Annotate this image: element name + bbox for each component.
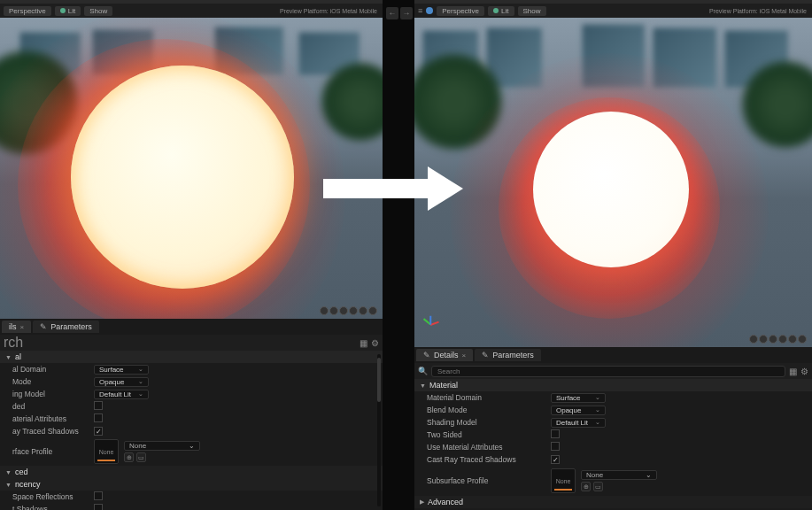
nav-fwd-button[interactable]: → xyxy=(400,7,413,19)
view-lit[interactable]: Lit xyxy=(488,6,514,16)
hamburger-icon[interactable]: ≡ xyxy=(418,6,422,15)
emissive-sphere xyxy=(533,112,689,267)
details-search-row: 🔍 ▦ ⚙ xyxy=(414,363,812,379)
cast-rt-checkbox[interactable] xyxy=(94,427,103,436)
asset-thumbnail[interactable]: None xyxy=(551,468,576,493)
chevron-down-icon: ⌄ xyxy=(595,406,600,413)
viewport-widget-icons[interactable] xyxy=(749,335,807,344)
viewport-widget-icons[interactable] xyxy=(320,306,377,315)
prop-shading-model-label: Shading Model xyxy=(427,418,551,427)
triangle-right-icon: ▶ xyxy=(420,498,424,506)
details-tabbar-left: ils× ✎Parameters xyxy=(0,319,383,335)
two-sided-checkbox[interactable] xyxy=(551,429,560,438)
nav-back-button[interactable]: ← xyxy=(386,7,398,19)
tab-parameters[interactable]: ✎Parameters xyxy=(33,321,99,333)
subsurface-asset-slot: None None⌄ ⊕▭ xyxy=(551,468,812,493)
brush-icon: ✎ xyxy=(40,322,47,331)
viewport-bar-right: ≡ Perspective Lit Show Preview Platform:… xyxy=(414,4,812,18)
settings-gear-icon[interactable]: ⚙ xyxy=(800,367,808,376)
lit-dot-icon xyxy=(60,8,66,13)
pane-right: ≡ Perspective Lit Show Preview Platform:… xyxy=(414,0,812,510)
triangle-down-icon: ▼ xyxy=(5,354,12,360)
prop-two-sided-label: Two Sided xyxy=(427,430,551,439)
prop-material-domain-label: Material Domain xyxy=(427,393,551,402)
blend-mode-combo[interactable]: Opaque⌄ xyxy=(94,377,149,387)
scrollbar[interactable] xyxy=(377,354,381,506)
view-perspective[interactable]: Perspective xyxy=(437,6,484,16)
section-label: al xyxy=(15,352,21,361)
prop-two-sided-label: ded xyxy=(12,402,94,411)
asset-use-icon[interactable]: ⊕ xyxy=(124,452,134,462)
prop-subsurface-label: rface Profile xyxy=(12,447,94,456)
prop-cast-rt-label: ay Traced Shadows xyxy=(12,427,94,436)
prop-use-mat-attr-label: aterial Attributes xyxy=(12,414,94,423)
tab-parameters[interactable]: ✎Parameters xyxy=(475,349,541,361)
viewport-left[interactable] xyxy=(0,18,383,319)
search-input[interactable] xyxy=(431,366,785,377)
prop-material-domain-label: al Domain xyxy=(12,365,94,374)
view-show[interactable]: Show xyxy=(518,6,546,16)
asset-thumbnail[interactable]: None xyxy=(94,439,119,464)
axis-gizmo xyxy=(421,315,443,336)
details-panel-left: ▼al al DomainSurface⌄ ModeOpaque⌄ ing Mo… xyxy=(0,351,383,510)
blend-mode-combo[interactable]: Opaque⌄ xyxy=(551,406,606,415)
view-show-label: Show xyxy=(89,7,107,15)
cast-rt-checkbox[interactable] xyxy=(551,455,560,464)
section-material[interactable]: ▼Material xyxy=(414,379,812,391)
chevron-down-icon: ⌄ xyxy=(138,378,143,385)
shadows-checkbox[interactable] xyxy=(94,504,103,510)
use-mat-attr-checkbox[interactable] xyxy=(94,413,103,422)
brush-icon: ✎ xyxy=(423,351,430,359)
use-mat-attr-checkbox[interactable] xyxy=(551,442,560,451)
shading-model-combo[interactable]: Default Lit⌄ xyxy=(94,390,149,399)
details-tabbar-right: ✎Details× ✎Parameters xyxy=(414,347,812,363)
emissive-sphere xyxy=(71,66,294,289)
section-material[interactable]: ▼al xyxy=(0,351,383,363)
chevron-down-icon: ⌄ xyxy=(138,390,143,398)
tab-details[interactable]: ✎Details× xyxy=(416,349,473,361)
material-domain-combo[interactable]: Surface⌄ xyxy=(551,393,606,403)
ssr-checkbox[interactable] xyxy=(94,491,103,500)
tab-details[interactable]: ils× xyxy=(2,321,31,333)
details-search-row: rch ▦ ⚙ xyxy=(0,335,383,351)
search-label-truncated: rch xyxy=(4,335,23,351)
settings-gear-icon[interactable]: ⚙ xyxy=(371,338,379,348)
section-translucency-trunc[interactable]: ▼ncency xyxy=(0,478,383,491)
details-panel-right: ▼Material Material DomainSurface⌄ Blend … xyxy=(414,379,812,510)
prop-use-mat-attr-label: Use Material Attributes xyxy=(427,443,551,452)
pane-divider xyxy=(383,0,414,510)
view-list-icon[interactable]: ▦ xyxy=(360,338,367,348)
asset-picker-combo[interactable]: None⌄ xyxy=(124,441,200,451)
asset-picker-combo[interactable]: None⌄ xyxy=(581,470,657,480)
section-advanced-trunc[interactable]: ▼ced xyxy=(0,466,383,478)
globe-icon[interactable] xyxy=(426,7,433,14)
chevron-down-icon: ⌄ xyxy=(189,442,195,450)
view-perspective-label: Perspective xyxy=(9,7,46,15)
brush-icon: ✎ xyxy=(482,351,489,359)
view-perspective[interactable]: Perspective xyxy=(4,6,51,16)
preview-platform-label: Preview Platform: iOS Metal Mobile xyxy=(709,8,807,14)
view-list-icon[interactable]: ▦ xyxy=(789,367,797,376)
two-sided-checkbox[interactable] xyxy=(94,401,103,410)
asset-browse-icon[interactable]: ▭ xyxy=(136,452,146,462)
prop-cast-rt-label: Cast Ray Traced Shadows xyxy=(427,455,551,464)
chevron-down-icon: ⌄ xyxy=(138,366,143,373)
chevron-down-icon: ⌄ xyxy=(595,394,600,401)
view-lit[interactable]: Lit xyxy=(55,6,81,16)
triangle-down-icon: ▼ xyxy=(5,469,12,475)
asset-use-icon[interactable]: ⊕ xyxy=(581,482,591,491)
viewport-bar-left: Perspective Lit Show Preview Platform: i… xyxy=(0,4,383,18)
viewport-right[interactable] xyxy=(414,18,812,347)
view-show[interactable]: Show xyxy=(84,6,112,16)
material-domain-combo[interactable]: Surface⌄ xyxy=(94,365,149,375)
close-icon[interactable]: × xyxy=(20,323,25,331)
tab-parameters-label: Parameters xyxy=(50,322,92,331)
scroll-thumb[interactable] xyxy=(377,358,381,402)
prop-ssr-label: Space Reflections xyxy=(12,492,94,501)
close-icon[interactable]: × xyxy=(462,352,467,359)
triangle-down-icon: ▼ xyxy=(420,382,426,389)
asset-browse-icon[interactable]: ▭ xyxy=(593,482,603,491)
preview-platform-label: Preview Platform: iOS Metal Mobile xyxy=(280,8,377,14)
section-advanced[interactable]: ▶Advanced xyxy=(414,496,812,508)
shading-model-combo[interactable]: Default Lit⌄ xyxy=(551,418,606,428)
